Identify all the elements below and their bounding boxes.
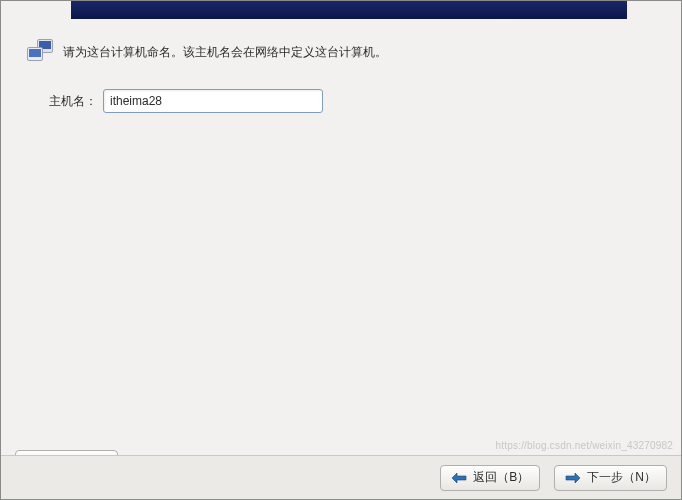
hostname-form-row: 主机名： (49, 89, 323, 113)
installer-window: 请为这台计算机命名。该主机名会在网络中定义这台计算机。 主机名： 配置网络（C）… (0, 0, 682, 500)
next-button[interactable]: 下一步（N） (554, 465, 667, 491)
network-hostname-icon (25, 39, 55, 65)
next-button-label: 下一步（N） (587, 469, 656, 486)
arrow-left-icon (451, 472, 467, 484)
arrow-right-icon (565, 472, 581, 484)
back-button-label: 返回（B） (473, 469, 529, 486)
back-button[interactable]: 返回（B） (440, 465, 540, 491)
instruction-row: 请为这台计算机命名。该主机名会在网络中定义这台计算机。 (25, 39, 387, 65)
footer-bar: 返回（B） 下一步（N） (1, 455, 681, 499)
header-banner (71, 1, 627, 19)
watermark-text: https://blog.csdn.net/weixin_43270982 (495, 440, 673, 451)
instruction-text: 请为这台计算机命名。该主机名会在网络中定义这台计算机。 (63, 44, 387, 61)
hostname-label: 主机名： (49, 93, 97, 110)
hostname-input[interactable] (103, 89, 323, 113)
